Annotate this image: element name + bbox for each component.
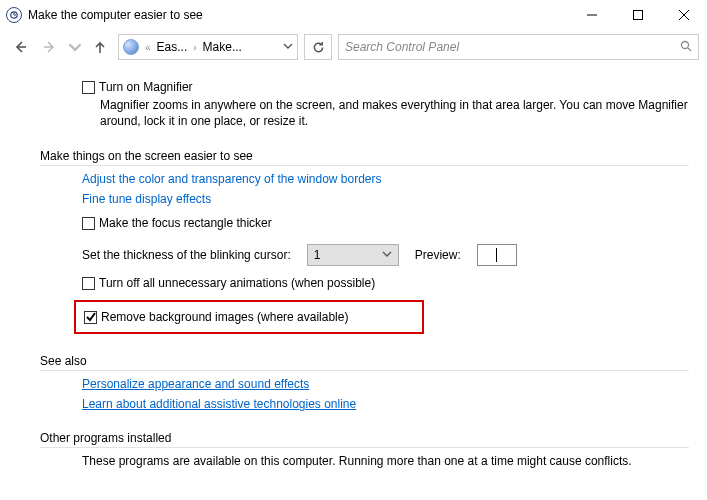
window-buttons	[569, 0, 707, 30]
focus-rectangle-label: Make the focus rectangle thicker	[99, 216, 272, 230]
up-button[interactable]	[88, 35, 112, 59]
svg-point-10	[682, 41, 689, 48]
remove-background-highlight: Remove background images (where availabl…	[74, 300, 424, 334]
cursor-thickness-label: Set the thickness of the blinking cursor…	[82, 248, 291, 262]
section-see-also-heading: See also	[40, 354, 689, 371]
magnifier-checkbox-row: Turn on Magnifier	[82, 80, 689, 94]
chevron-down-icon	[382, 248, 392, 262]
cursor-preview	[477, 244, 517, 266]
maximize-button[interactable]	[615, 0, 661, 30]
content: Turn on Magnifier Magnifier zooms in any…	[0, 64, 707, 468]
breadcrumb-1[interactable]: Eas...	[157, 40, 188, 54]
address-dropdown-icon[interactable]	[283, 40, 293, 54]
forward-button[interactable]	[38, 35, 62, 59]
focus-rectangle-row: Make the focus rectangle thicker	[82, 216, 689, 230]
search-icon	[680, 40, 692, 55]
focus-rectangle-checkbox[interactable]	[82, 217, 95, 230]
svg-rect-4	[634, 11, 643, 20]
title-bar: Make the computer easier to see	[0, 0, 707, 30]
section-other-programs-heading: Other programs installed	[40, 431, 689, 448]
remove-background-checkbox[interactable]	[84, 311, 97, 324]
close-button[interactable]	[661, 0, 707, 30]
svg-line-11	[688, 48, 691, 51]
app-icon	[6, 7, 22, 23]
turn-off-animations-row: Turn off all unnecessary animations (whe…	[82, 276, 689, 290]
turn-off-animations-checkbox[interactable]	[82, 277, 95, 290]
link-adjust-color[interactable]: Adjust the color and transparency of the…	[82, 172, 689, 186]
cursor-thickness-select[interactable]: 1	[307, 244, 399, 266]
back-button[interactable]	[8, 35, 32, 59]
cursor-thickness-value: 1	[314, 248, 321, 262]
cursor-preview-line	[496, 248, 497, 262]
breadcrumb-chevron-icon: ›	[193, 42, 196, 53]
search-placeholder: Search Control Panel	[345, 40, 459, 54]
breadcrumb-sep: «	[145, 42, 151, 53]
recent-locations-button[interactable]	[68, 35, 82, 59]
link-personalize[interactable]: Personalize appearance and sound effects	[82, 377, 689, 391]
window-title: Make the computer easier to see	[28, 8, 203, 22]
link-fine-tune[interactable]: Fine tune display effects	[82, 192, 689, 206]
remove-background-row: Remove background images (where availabl…	[84, 310, 414, 324]
cursor-thickness-row: Set the thickness of the blinking cursor…	[82, 244, 689, 266]
preview-label: Preview:	[415, 248, 461, 262]
magnifier-checkbox-label: Turn on Magnifier	[99, 80, 193, 94]
remove-background-label: Remove background images (where availabl…	[101, 310, 348, 324]
breadcrumb-2[interactable]: Make...	[203, 40, 242, 54]
address-bar[interactable]: « Eas... › Make...	[118, 34, 298, 60]
magnifier-checkbox[interactable]	[82, 81, 95, 94]
link-learn-assistive[interactable]: Learn about additional assistive technol…	[82, 397, 689, 411]
section-make-things-heading: Make things on the screen easier to see	[40, 149, 689, 166]
nav-row: « Eas... › Make... Search Control Panel	[0, 30, 707, 64]
refresh-button[interactable]	[304, 34, 332, 60]
other-programs-description: These programs are available on this com…	[82, 454, 689, 468]
turn-off-animations-label: Turn off all unnecessary animations (whe…	[99, 276, 375, 290]
control-panel-icon	[123, 39, 139, 55]
magnifier-description: Magnifier zooms in anywhere on the scree…	[100, 97, 689, 129]
minimize-button[interactable]	[569, 0, 615, 30]
search-input[interactable]: Search Control Panel	[338, 34, 699, 60]
